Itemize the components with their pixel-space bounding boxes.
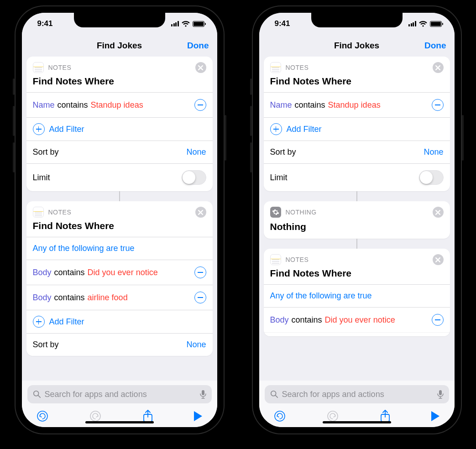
phone-left: 9:41 Find Jokes Done NOTES F [15, 5, 225, 434]
connector [264, 191, 450, 201]
sort-by-row[interactable]: Sort by None [26, 141, 213, 164]
nav-title: Find Jokes [97, 41, 142, 51]
run-button[interactable] [194, 411, 202, 421]
remove-action-button[interactable] [433, 254, 444, 265]
signal-icon [171, 21, 179, 26]
filter-value: Standup ideas [91, 100, 143, 110]
limit-row: Limit [26, 164, 213, 191]
limit-label: Limit [270, 173, 288, 183]
shortcut-editor: NOTES Find Notes Where Name contains Sta… [22, 57, 217, 381]
svg-point-6 [271, 391, 276, 396]
svg-line-7 [275, 396, 277, 398]
add-filter-button[interactable]: Add Filter [26, 310, 213, 334]
home-indicator[interactable] [323, 421, 391, 423]
action-search-input[interactable]: Search for apps and actions [27, 385, 212, 403]
nav-bar: Find Jokes Done [259, 35, 455, 57]
filter-row[interactable]: Body contains airline food [26, 285, 213, 310]
filter-field: Name [270, 100, 292, 110]
filter-operator: contains [58, 100, 88, 110]
shortcut-editor: NOTES Find Notes Where Name contains Sta… [259, 57, 455, 381]
undo-button[interactable] [37, 410, 48, 422]
sort-by-row[interactable]: Sort by None [26, 334, 213, 356]
svg-rect-8 [439, 390, 442, 395]
filter-value: Did you ever notice [325, 315, 395, 325]
limit-toggle[interactable] [419, 170, 444, 185]
add-filter-label: Add Filter [287, 125, 322, 134]
app-label: NOTES [48, 209, 72, 216]
notes-app-icon [33, 62, 44, 73]
add-filter-label: Add Filter [49, 125, 84, 134]
notes-app-icon [270, 254, 281, 265]
limit-row: Limit [264, 164, 450, 191]
gear-icon [270, 207, 281, 218]
remove-filter-button[interactable] [194, 266, 206, 278]
remove-filter-button[interactable] [432, 314, 444, 326]
action-title: Find Notes Where [264, 265, 450, 285]
filter-row[interactable]: Body contains Did you ever notice [26, 260, 213, 285]
filter-operator: contains [54, 268, 85, 277]
plus-icon [33, 123, 45, 135]
sort-by-row[interactable]: Sort by None [264, 141, 450, 164]
filter-field: Body [33, 293, 52, 303]
remove-filter-button[interactable] [194, 99, 206, 111]
status-time: 9:41 [275, 19, 290, 28]
redo-button [327, 410, 339, 422]
done-button[interactable]: Done [424, 41, 446, 51]
remove-action-button[interactable] [433, 62, 444, 73]
svg-point-10 [328, 411, 338, 421]
action-search-input[interactable]: Search for apps and actions [265, 385, 449, 403]
sort-by-label: Sort by [33, 147, 59, 157]
action-title: Find Notes Where [26, 218, 213, 237]
filter-row[interactable]: Name contains Standup ideas [264, 93, 450, 118]
sort-by-value: None [424, 147, 443, 157]
filter-row[interactable]: Name contains Standup ideas [26, 93, 213, 118]
add-filter-button[interactable]: Add Filter [26, 118, 213, 141]
undo-button[interactable] [274, 410, 286, 422]
svg-rect-2 [202, 390, 204, 395]
battery-icon [193, 21, 204, 27]
done-button[interactable]: Done [187, 41, 209, 51]
action-card-find-notes-1: NOTES Find Notes Where Name contains Sta… [26, 57, 213, 191]
remove-action-button[interactable] [195, 62, 206, 73]
sort-by-label: Sort by [33, 340, 59, 350]
add-filter-label: Add Filter [49, 317, 84, 327]
plus-icon [33, 316, 45, 328]
mic-icon[interactable] [437, 390, 444, 399]
notes-app-icon [270, 62, 281, 73]
svg-point-0 [33, 391, 38, 396]
share-button[interactable] [143, 410, 153, 423]
notes-app-icon [33, 207, 44, 218]
filter-row[interactable]: Body contains Did you ever notice [264, 308, 450, 333]
filter-operator: contains [54, 293, 85, 303]
action-card-nothing: NOTHING Nothing [264, 201, 450, 239]
run-button[interactable] [431, 411, 439, 421]
mic-icon[interactable] [200, 390, 206, 399]
filter-field: Body [33, 268, 52, 277]
app-label: NOTES [286, 256, 309, 263]
search-placeholder: Search for apps and actions [45, 390, 196, 399]
notch [311, 13, 403, 27]
limit-toggle[interactable] [182, 170, 206, 185]
remove-filter-button[interactable] [432, 99, 444, 111]
action-card-find-notes-1: NOTES Find Notes Where Name contains Sta… [264, 57, 450, 191]
svg-point-9 [275, 411, 285, 421]
app-label: NOTES [286, 64, 309, 71]
add-filter-button[interactable]: Add Filter [264, 118, 450, 141]
filter-value: airline food [88, 293, 128, 303]
match-mode[interactable]: Any of the following are true [264, 285, 450, 308]
share-button[interactable] [380, 410, 390, 423]
match-mode[interactable]: Any of the following are true [26, 237, 213, 260]
home-indicator[interactable] [85, 421, 154, 423]
filter-field: Name [33, 100, 55, 110]
remove-action-button[interactable] [195, 207, 206, 218]
remove-filter-button[interactable] [194, 292, 206, 303]
battery-icon [430, 21, 442, 27]
filter-operator: contains [295, 100, 325, 110]
sort-by-value: None [186, 147, 206, 157]
plus-icon [270, 123, 282, 135]
bottom-bar: Search for apps and actions [22, 381, 217, 427]
action-card-find-notes-2: NOTES Find Notes Where Any of the follow… [26, 201, 213, 356]
search-placeholder: Search for apps and actions [282, 390, 434, 399]
action-title: Find Notes Where [264, 73, 450, 93]
remove-action-button[interactable] [433, 207, 444, 218]
